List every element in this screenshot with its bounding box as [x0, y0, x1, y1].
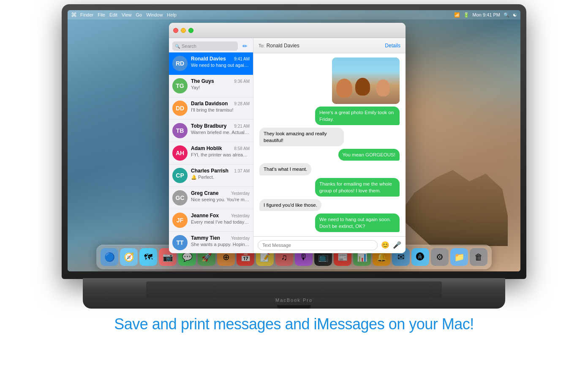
photo-thumbnail: [332, 57, 400, 104]
conv-preview: Yay!: [191, 85, 250, 90]
conv-name: Adam Hoblik: [191, 145, 222, 151]
menu-go[interactable]: Go: [136, 12, 142, 17]
conversation-item[interactable]: AH Adam Hoblik 8:58 AM FYI, the printer …: [169, 142, 253, 164]
conv-content: Adam Hoblik 8:58 AM FYI, the printer was…: [191, 145, 250, 158]
conv-content: Charles Parrish 1:37 AM 🔔 Perfect.: [191, 168, 250, 180]
conv-content: Jeanne Fox Yesterday Every meal I've had…: [191, 213, 250, 225]
emoji-button[interactable]: 😊: [381, 241, 389, 249]
conv-avatar: RD: [172, 56, 188, 71]
chat-contact-name: Ronald Davies: [267, 43, 299, 49]
dock-icon-safari[interactable]: 🗺: [139, 248, 157, 266]
conv-preview: FYI, the printer was already jammed when…: [191, 152, 250, 158]
conv-name: Ronald Davies: [191, 56, 226, 62]
message-bubble: I figured you'd like those.: [259, 199, 321, 211]
conv-avatar: DD: [172, 101, 188, 116]
search-box[interactable]: 🔍 Search: [172, 41, 238, 51]
chat-messages: Here's a great photo Emily took on Frida…: [253, 53, 406, 236]
conv-content: Tammy Tien Yesterday She wants a puppy. …: [191, 235, 250, 247]
conversation-item[interactable]: TT Tammy Tien Yesterday She wants a pupp…: [169, 232, 253, 253]
conversation-list: RD Ronald Davies 9:41 AM We need to hang…: [169, 52, 253, 253]
dock-icon-trash[interactable]: 🗑: [470, 248, 487, 266]
conversation-item[interactable]: TG The Guys 9:36 AM Yay!: [169, 75, 253, 97]
conv-name: Greg Crane: [191, 190, 218, 196]
conv-name: Tammy Tien: [191, 235, 220, 241]
conv-header: Adam Hoblik 8:58 AM: [191, 145, 250, 151]
conv-header: Toby Bradbury 9:21 AM: [191, 123, 250, 129]
chat-input-bar: 😊 🎤: [253, 236, 406, 253]
to-label: To:: [259, 43, 265, 48]
conv-header: Charles Parrish 1:37 AM: [191, 168, 250, 174]
dock-icon-finder[interactable]: 🔵: [101, 248, 118, 266]
conv-preview: We need to hang out again soon. Don't be…: [191, 62, 250, 68]
conversation-item[interactable]: TB Toby Bradbury 9:21 AM Warren briefed …: [169, 120, 253, 142]
conv-preview: Every meal I've had today has included b…: [191, 219, 250, 225]
laptop-mockup: ⌘ Finder File Edit View Go Window Help 📶…: [62, 4, 526, 309]
chat-panel: To: Ronald Davies Details Here's a great…: [253, 38, 406, 253]
traffic-lights: [173, 28, 193, 33]
conversation-item[interactable]: DD Darla Davidson 9:28 AM I'll bring the…: [169, 97, 253, 120]
conv-name: Toby Bradbury: [191, 123, 226, 129]
conv-header: The Guys 9:36 AM: [191, 78, 250, 84]
close-button[interactable]: [173, 28, 178, 33]
conv-name: Charles Parrish: [191, 168, 229, 174]
message-bubble: That's what I meant.: [259, 163, 311, 175]
minimize-button[interactable]: [181, 28, 186, 33]
dock-icon-settings[interactable]: ⚙: [431, 248, 449, 266]
conv-content: The Guys 9:36 AM Yay!: [191, 78, 250, 90]
menu-help[interactable]: Help: [167, 12, 177, 17]
details-button[interactable]: Details: [385, 43, 400, 49]
compose-button[interactable]: ✏: [240, 41, 250, 51]
conv-avatar: GC: [172, 190, 188, 205]
apple-logo: ⌘: [71, 11, 77, 18]
wifi-icon: 📶: [454, 12, 460, 18]
message-bubble: Thanks for emailing me the whole group o…: [315, 178, 400, 197]
conversation-item[interactable]: RD Ronald Davies 9:41 AM We need to hang…: [169, 52, 253, 75]
dock-icon-appstore[interactable]: 🅐: [411, 248, 429, 266]
conv-avatar: AH: [172, 145, 188, 161]
promo-text: Save and print messages and iMessages on…: [114, 315, 474, 333]
menu-file[interactable]: File: [98, 12, 105, 17]
menu-window[interactable]: Window: [146, 12, 163, 17]
conv-preview: She wants a puppy. Hoping she'll settle …: [191, 241, 250, 247]
menu-edit[interactable]: Edit: [109, 12, 117, 17]
search-menu-icon[interactable]: 🔍: [504, 12, 509, 18]
dock-icon-folder[interactable]: 📁: [450, 248, 468, 266]
message-input[interactable]: [258, 240, 378, 250]
siri-icon[interactable]: ☯: [513, 12, 517, 18]
conv-time: 9:41 AM: [234, 57, 250, 61]
window-titlebar: [169, 23, 406, 38]
battery-icon: 🔋: [463, 12, 469, 18]
conv-header: Tammy Tien Yesterday: [191, 235, 250, 241]
conv-time: Yesterday: [231, 236, 250, 241]
maximize-button[interactable]: [188, 28, 193, 33]
message-bubble: They look amazing and really beautiful!: [259, 128, 344, 146]
conv-avatar: TG: [172, 78, 188, 93]
audio-button[interactable]: 🎤: [393, 241, 401, 249]
trackpad-notch: [277, 305, 311, 309]
screen: ⌘ Finder File Edit View Go Window Help 📶…: [68, 10, 520, 271]
conv-avatar: CP: [172, 168, 188, 183]
conv-time: 1:37 AM: [234, 169, 250, 173]
conv-content: Greg Crane Yesterday Nice seeing you. Yo…: [191, 190, 250, 202]
conv-time: 8:58 AM: [234, 146, 250, 151]
menu-finder[interactable]: Finder: [80, 12, 93, 17]
conv-time: 9:21 AM: [234, 124, 250, 129]
conv-time: 9:36 AM: [234, 79, 250, 84]
conv-preview: 🔔 Perfect.: [191, 174, 250, 180]
dock-icon-launchpad[interactable]: 🧭: [120, 248, 138, 266]
conv-header: Ronald Davies 9:41 AM: [191, 56, 250, 62]
conversation-item[interactable]: JF Jeanne Fox Yesterday Every meal I've …: [169, 209, 253, 232]
laptop-lid: ⌘ Finder File Edit View Go Window Help 📶…: [62, 4, 526, 279]
laptop-base: MacBook Pro: [83, 278, 505, 309]
conversation-item[interactable]: CP Charles Parrish 1:37 AM 🔔 Perfect.: [169, 164, 253, 187]
conv-time: Yesterday: [231, 213, 250, 218]
conv-header: Greg Crane Yesterday: [191, 190, 250, 196]
search-label: Search: [182, 44, 196, 49]
conv-content: Darla Davidson 9:28 AM I'll bring the ti…: [191, 101, 250, 113]
conv-name: Darla Davidson: [191, 101, 228, 107]
menu-view[interactable]: View: [122, 12, 132, 17]
conv-content: Ronald Davies 9:41 AM We need to hang ou…: [191, 56, 250, 68]
message-bubble: Here's a great photo Emily took on Frida…: [315, 107, 400, 125]
messages-window: 🔍 Search ✏ RD Ronald Davies 9:41 AM: [169, 23, 406, 253]
conversation-item[interactable]: GC Greg Crane Yesterday Nice seeing you.…: [169, 187, 253, 209]
